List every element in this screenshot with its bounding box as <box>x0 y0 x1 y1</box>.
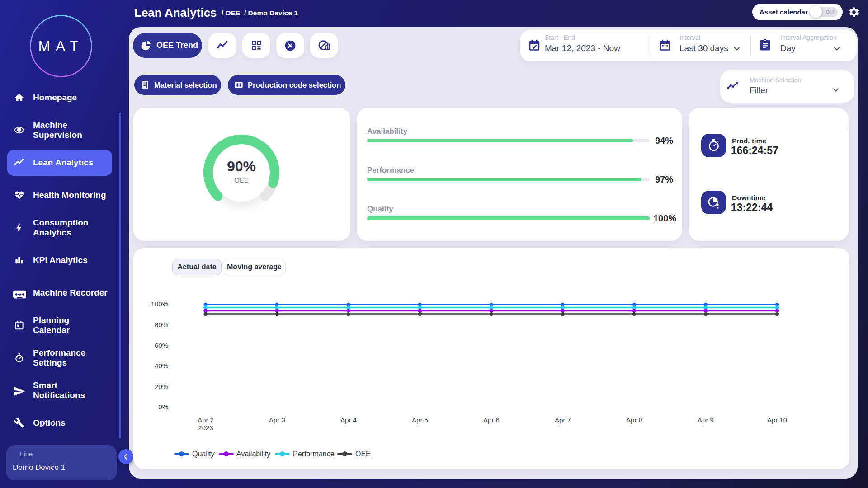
svg-text:MAT: MAT <box>38 38 84 54</box>
